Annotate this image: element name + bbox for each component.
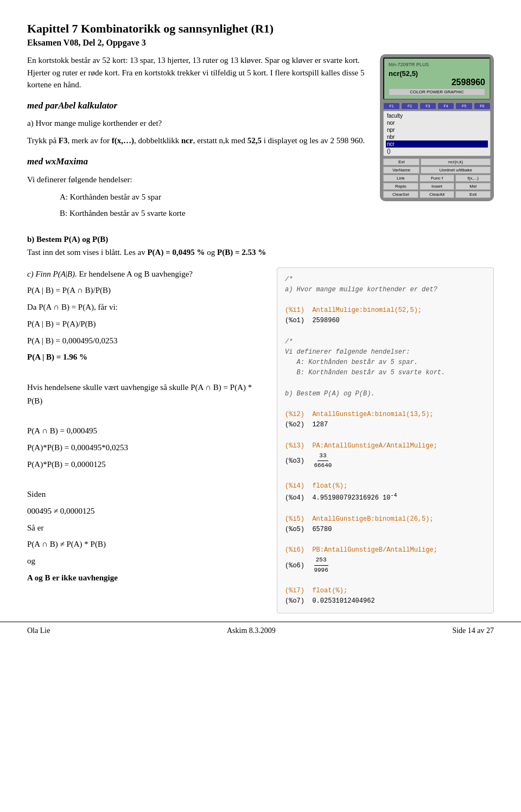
intro-section: En kortstokk består av 52 kort: 13 spar,… <box>27 54 494 224</box>
calc-bottom-row2: VarName Uordnet u/tilbake <box>383 167 491 174</box>
calc-clearall[interactable]: ClearAll <box>420 191 455 198</box>
code-input2: (%i2) AntallGunstigeA:binomial(13,5); <box>285 411 434 418</box>
part-c-label: c) Finn P(A|B). Er hendelsene A og B uav… <box>27 267 264 281</box>
footer-page-info: Side 14 av 27 <box>452 626 494 635</box>
calc-link[interactable]: Link <box>383 175 418 182</box>
wxmaxima-header: med wxMaxima <box>27 155 369 169</box>
part-b-label: b) Bestem P(A) og P(B) <box>27 235 108 244</box>
calc-funcf[interactable]: Func f <box>420 175 455 182</box>
formula-pa-over-pb: P(A | B) = P(A)/P(B) <box>27 317 264 331</box>
page: Kapittel 7 Kombinatorikk og sannsynlighe… <box>0 0 521 646</box>
conclusion-saa-er: Så er <box>27 521 264 535</box>
two-col-section: c) Finn P(A|B). Er hendelsene A og B uav… <box>27 267 494 614</box>
conclusion-final: A og B er ikke uavhengige <box>27 571 264 585</box>
calc-brand: COLOR POWER GRAPHIC <box>389 88 485 95</box>
parabel-instruction: Trykk på F3, merk av for f(x,…), dobbelt… <box>27 134 369 147</box>
calc-model: MA-7209TR PLUS <box>389 62 429 67</box>
code-output5: (%o5) 65780 <box>285 526 332 533</box>
formula-da: Da P(A ∩ B) = P(A), får vi: <box>27 300 264 314</box>
code-output1: (%o1) 2598960 <box>285 317 340 324</box>
conclusion-siden: Siden <box>27 488 264 501</box>
independence-intro: Hvis hendelsene skulle vært uavhengige s… <box>27 381 264 408</box>
right-column: /* a) Hvor mange mulige korthender er de… <box>277 267 494 614</box>
calc-ncrfunc: ncr(n,k) <box>421 158 491 165</box>
wxmaxima-intro: Vi definerer følgende hendelser: <box>27 173 369 186</box>
calc-btn-f3[interactable]: F3 <box>420 103 436 110</box>
calc-clearsel[interactable]: ClearSel <box>383 191 418 198</box>
code-input1: (%i1) AntallMulige:binomial(52,5); <box>285 306 422 314</box>
event-a: A: Korthånden består av 5 spar <box>60 190 369 203</box>
prob-intersection: P(A ∩ B) = 0,000495 <box>27 424 264 438</box>
intro-paragraph: En kortstokk består av 52 kort: 13 spar,… <box>27 54 369 91</box>
calc-menu-faculty[interactable]: faculty <box>386 112 488 119</box>
intro-text: En kortstokk består av 52 kort: 13 spar,… <box>27 54 369 224</box>
code-comment4-2: A: Korthånden består av 5 spar. <box>285 359 418 366</box>
code-input7: (%i7) float(%); <box>285 587 347 594</box>
prob-product2: P(A)*P(B) = 0,0000125 <box>27 458 264 471</box>
code-comment4-3: B: Korthånden består av 5 svarte kort. <box>285 369 445 376</box>
calc-btn-f2[interactable]: F2 <box>401 103 418 110</box>
calc-screen-top: MA-7209TR PLUS <box>389 62 485 67</box>
code-input4: (%i4) float(%); <box>285 482 347 490</box>
formula-result: P(A | B) = 1.96 % <box>27 350 264 364</box>
left-column: c) Finn P(A|B). Er hendelsene A og B uav… <box>27 267 264 614</box>
calc-mel[interactable]: Mel <box>455 183 491 190</box>
code-output3: (%o3) 3366640 <box>285 457 333 465</box>
events-block: A: Korthånden består av 5 spar B: Korthå… <box>60 190 369 220</box>
calc-btn-f6[interactable]: F6 <box>474 103 491 110</box>
conclusion-og: og <box>27 554 264 568</box>
code-output4: (%o4) 4.951980792316926 10-4 <box>285 494 397 502</box>
calc-menu-npr[interactable]: npr <box>386 126 488 133</box>
calc-bottom-row5: ClearSel ClearAll Exit <box>383 191 491 198</box>
code-box: /* a) Hvor mange mulige korthender er de… <box>277 267 494 614</box>
calc-fxdots[interactable]: f(x,...) <box>455 175 491 182</box>
calc-f-buttons: F1 F2 F3 F4 F5 F6 <box>383 103 491 110</box>
calc-btn-f4[interactable]: F4 <box>437 103 454 110</box>
calc-bottom-row1: Ext ncr(n,k) <box>383 158 491 165</box>
code-output2: (%o2) 1287 <box>285 421 328 429</box>
calc-menu-ncr[interactable]: ncr <box>386 140 488 148</box>
calc-bottom-row3: Link Func f f(x,...) <box>383 175 491 182</box>
code-comment2: a) Hvor mange mulige korthender er det? <box>285 286 437 293</box>
part-b-text: b) Bestem P(A) og P(B) Tast inn det som … <box>27 233 494 259</box>
calc-exit[interactable]: Exit <box>455 191 491 198</box>
conclusion-neq2: P(A ∩ B) ≠ P(A) * P(B) <box>27 538 264 551</box>
calc-uordnet: Uordnet u/tilbake <box>421 167 491 174</box>
calc-insert[interactable]: Insert <box>420 183 455 190</box>
code-comment4-1: Vi definerer følgende hendelser: <box>285 348 410 356</box>
footer-location-date: Askim 8.3.2009 <box>227 626 276 635</box>
formula-values: P(A | B) = 0,000495/0,0253 <box>27 334 264 348</box>
event-b: B: Korthånden består av 5 svarte korte <box>60 207 369 220</box>
formula-cond-prob: P(A | B) = P(A ∩ B)/P(B) <box>27 284 264 297</box>
calc-expression: ncr(52,5) <box>389 69 485 78</box>
code-part-b-comment: b) Bestem P(A) og P(B). <box>285 390 375 398</box>
parabel-a-question: a) Hvor mange mulige korthender er det? <box>27 117 369 130</box>
code-input5: (%i5) AntallGunstigeB:binomial(26,5); <box>285 515 434 523</box>
calc-screen: MA-7209TR PLUS ncr(52,5) 2598960 COLOR P… <box>383 57 491 100</box>
chapter-title: Kapittel 7 Kombinatorikk og sannsynlighe… <box>27 22 494 36</box>
code-comment1: /* <box>285 276 293 283</box>
parabel-header: med parAbel kalkulator <box>27 99 369 113</box>
calc-replo[interactable]: Replo <box>383 183 418 190</box>
calc-result: 2598960 <box>389 78 485 87</box>
calc-ext[interactable]: Ext <box>383 158 420 165</box>
calc-menu-nbr[interactable]: nbr <box>386 133 488 140</box>
footer-author: Ola Lie <box>27 626 50 635</box>
calc-menu-nor[interactable]: nor <box>386 119 488 126</box>
code-input6: (%i6) PB:AntallGunstigeB/AntallMulige; <box>285 546 437 554</box>
calculator: MA-7209TR PLUS ncr(52,5) 2598960 COLOR P… <box>380 54 494 201</box>
calc-btn-f1[interactable]: F1 <box>383 103 400 110</box>
code-output6: (%o6) 2539996 <box>285 562 330 570</box>
page-footer: Ola Lie Askim 8.3.2009 Side 14 av 27 <box>0 622 521 635</box>
calc-menu-paren[interactable]: () <box>386 148 488 155</box>
exam-subtitle: Eksamen V08, Del 2, Oppgave 3 <box>27 38 494 48</box>
prob-product1: P(A)*P(B) = 0,000495*0,0253 <box>27 441 264 455</box>
calculator-image: MA-7209TR PLUS ncr(52,5) 2598960 COLOR P… <box>380 54 494 224</box>
calc-bottom-row4: Replo Insert Mel <box>383 183 491 190</box>
conclusion-neq: 000495 ≠ 0,0000125 <box>27 504 264 518</box>
calc-varname[interactable]: VarName <box>383 167 420 174</box>
code-output7: (%o7) 0.02531012404962 <box>285 597 375 605</box>
calc-btn-f5[interactable]: F5 <box>455 103 472 110</box>
parabel-a-label: a) Hvor mange mulige korthender er det? <box>27 119 162 127</box>
code-input3: (%i3) PA:AntallGunstigeA/AntallMulige; <box>285 442 437 450</box>
